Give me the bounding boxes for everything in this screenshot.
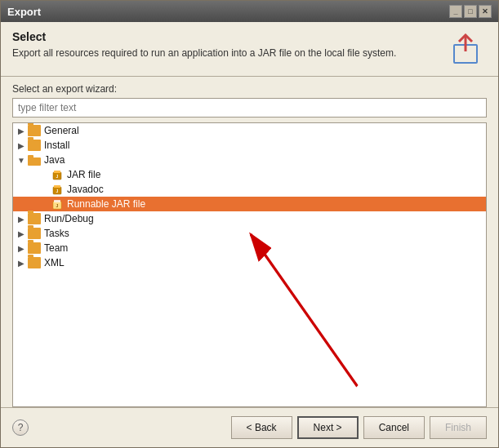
tree-item-run-debug[interactable]: ▶ Run/Debug xyxy=(13,211,486,226)
svg-rect-3 xyxy=(54,171,60,173)
svg-rect-9 xyxy=(54,200,60,202)
svg-text:J: J xyxy=(56,189,59,193)
footer-section: ? < Back Next > Cancel Finish xyxy=(1,407,498,447)
filter-section: Select an export wizard: xyxy=(1,77,498,122)
tree-item-java[interactable]: ▼ Java xyxy=(13,153,486,167)
export-icon xyxy=(448,30,487,69)
filter-input[interactable] xyxy=(12,98,487,118)
label-runnable-jar: Runnable JAR file xyxy=(67,198,145,210)
header-title: Select xyxy=(12,30,439,43)
label-team: Team xyxy=(44,242,68,254)
window-controls: _ □ ✕ xyxy=(449,5,492,18)
toggle-general[interactable]: ▶ xyxy=(16,126,26,135)
toggle-tasks[interactable]: ▶ xyxy=(16,228,26,238)
window-title: Export xyxy=(7,6,41,18)
label-xml: XML xyxy=(44,257,65,268)
toggle-java[interactable]: ▼ xyxy=(16,155,26,165)
label-java: Java xyxy=(44,154,65,166)
cancel-button[interactable]: Cancel xyxy=(363,416,425,439)
folder-icon-java xyxy=(28,155,41,166)
main-content: Select Export all resources required to … xyxy=(1,22,498,447)
jar-icon-runnable: J xyxy=(51,198,64,210)
folder-icon-xml xyxy=(28,257,41,268)
label-tasks: Tasks xyxy=(44,228,69,239)
header-text: Select Export all resources required to … xyxy=(12,30,439,60)
svg-text:J: J xyxy=(56,174,59,179)
tree-section[interactable]: ▶ General ▶ Install ▼ Java xyxy=(12,122,487,407)
header-description: Export all resources required to run an … xyxy=(12,47,439,60)
folder-icon-run-debug xyxy=(28,213,41,224)
minimize-button[interactable]: _ xyxy=(449,5,462,18)
jar-icon-jar-file: J xyxy=(51,169,64,180)
toggle-install[interactable]: ▶ xyxy=(16,140,26,150)
tree-item-tasks[interactable]: ▶ Tasks xyxy=(13,226,486,241)
folder-icon-install xyxy=(28,140,41,151)
close-button[interactable]: ✕ xyxy=(479,5,492,18)
toggle-team[interactable]: ▶ xyxy=(16,243,26,253)
spacer-javadoc xyxy=(39,184,49,194)
jar-icon-javadoc: J xyxy=(51,184,64,195)
svg-text:J: J xyxy=(56,203,59,208)
tree-item-xml[interactable]: ▶ XML xyxy=(13,255,486,270)
export-window: Export _ □ ✕ Select Export all resources… xyxy=(0,0,499,448)
label-install: Install xyxy=(44,140,69,151)
finish-button[interactable]: Finish xyxy=(430,416,487,439)
header-section: Select Export all resources required to … xyxy=(1,22,498,77)
tree-item-javadoc[interactable]: J Javadoc xyxy=(13,182,486,197)
folder-icon-general xyxy=(28,125,41,136)
toggle-xml[interactable]: ▶ xyxy=(16,258,26,268)
maximize-button[interactable]: □ xyxy=(464,5,477,18)
next-button[interactable]: Next > xyxy=(297,416,359,439)
label-jar-file: JAR file xyxy=(67,169,100,180)
tree-item-install[interactable]: ▶ Install xyxy=(13,138,486,153)
svg-rect-6 xyxy=(54,185,60,188)
spacer-jar xyxy=(39,170,49,180)
back-button[interactable]: < Back xyxy=(231,416,292,439)
toggle-run-debug[interactable]: ▶ xyxy=(16,214,26,224)
spacer-runnable xyxy=(39,199,49,209)
label-javadoc: Javadoc xyxy=(67,184,104,195)
tree-item-runnable-jar[interactable]: J Runnable JAR file xyxy=(13,197,486,211)
folder-icon-tasks xyxy=(28,228,41,239)
footer-buttons: < Back Next > Cancel Finish xyxy=(231,416,487,439)
help-button[interactable]: ? xyxy=(12,419,29,436)
tree-item-team[interactable]: ▶ Team xyxy=(13,241,486,255)
folder-icon-team xyxy=(28,242,41,254)
label-general: General xyxy=(44,125,79,136)
tree-item-jar-file[interactable]: J JAR file xyxy=(13,167,486,182)
tree-item-general[interactable]: ▶ General xyxy=(13,123,486,138)
label-run-debug: Run/Debug xyxy=(44,213,94,224)
titlebar: Export _ □ ✕ xyxy=(1,1,498,22)
filter-label: Select an export wizard: xyxy=(12,83,487,95)
